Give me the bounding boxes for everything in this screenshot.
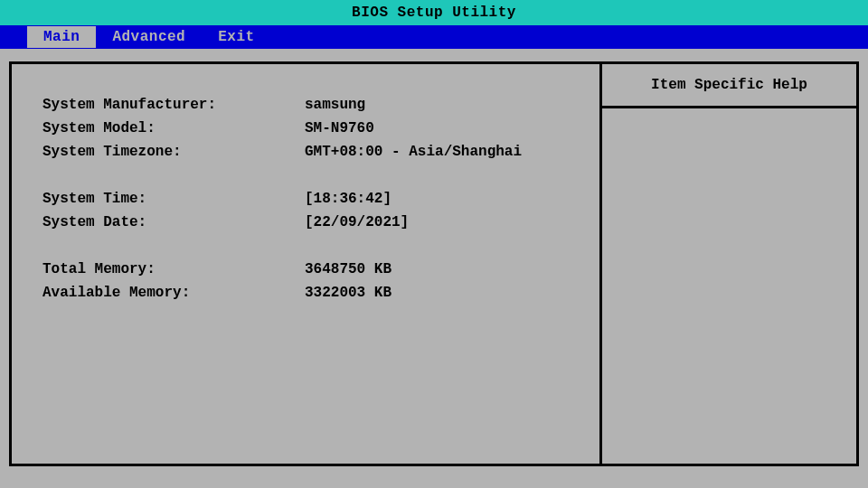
value-system-model: SM-N9760 <box>305 117 374 140</box>
label-system-timezone: System Timezone: <box>42 140 305 164</box>
app-title: BIOS Setup Utility <box>352 5 516 21</box>
spacer <box>42 164 599 187</box>
value-available-memory: 3322003 KB <box>305 281 392 305</box>
menu-tab-label: Advanced <box>112 29 185 45</box>
panels: System Manufacturer: samsung System Mode… <box>9 61 859 466</box>
row-available-memory: Available Memory: 3322003 KB <box>42 281 599 305</box>
content-area: System Manufacturer: samsung System Mode… <box>0 49 868 475</box>
value-system-manufacturer: samsung <box>305 93 365 117</box>
row-system-date[interactable]: System Date: [22/09/2021] <box>42 211 599 234</box>
row-system-manufacturer: System Manufacturer: samsung <box>42 93 599 117</box>
label-system-model: System Model: <box>42 117 305 140</box>
value-total-memory: 3648750 KB <box>305 258 392 281</box>
menu-tab-advanced[interactable]: Advanced <box>96 26 202 48</box>
label-system-time: System Time: <box>42 187 305 211</box>
value-system-date: [22/09/2021] <box>305 211 409 234</box>
help-panel: Item Specific Help <box>599 64 856 464</box>
label-system-date: System Date: <box>42 211 305 234</box>
menu-tab-exit[interactable]: Exit <box>202 26 270 48</box>
main-panel: System Manufacturer: samsung System Mode… <box>12 64 599 464</box>
label-available-memory: Available Memory: <box>42 281 305 305</box>
row-system-timezone: System Timezone: GMT+08:00 - Asia/Shangh… <box>42 140 599 164</box>
menu-tab-main[interactable]: Main <box>27 26 96 48</box>
row-total-memory: Total Memory: 3648750 KB <box>42 258 599 281</box>
help-header: Item Specific Help <box>602 64 856 108</box>
label-system-manufacturer: System Manufacturer: <box>42 93 305 117</box>
row-system-model: System Model: SM-N9760 <box>42 117 599 140</box>
title-bar: BIOS Setup Utility <box>0 0 868 25</box>
label-total-memory: Total Memory: <box>42 258 305 281</box>
menu-tab-label: Main <box>43 29 80 45</box>
row-system-time[interactable]: System Time: [18:36:42] <box>42 187 599 211</box>
menu-bar: Main Advanced Exit <box>0 25 868 49</box>
help-header-text: Item Specific Help <box>651 77 807 93</box>
value-system-timezone: GMT+08:00 - Asia/Shanghai <box>305 140 522 164</box>
spacer <box>42 234 599 258</box>
value-system-time: [18:36:42] <box>305 187 392 211</box>
menu-tab-label: Exit <box>218 29 254 45</box>
